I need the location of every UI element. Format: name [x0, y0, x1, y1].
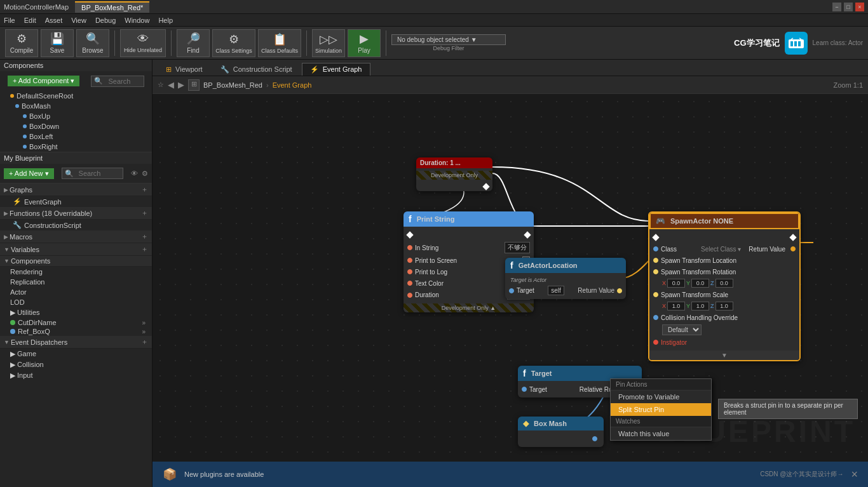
rotation-y-value[interactable]: 0.0 [691, 279, 709, 288]
component-item-boxright[interactable]: BoxRight [0, 142, 152, 152]
scale-x-value[interactable]: 1.0 [667, 302, 685, 310]
event-dispatchers-add-button[interactable]: ＋ [141, 337, 148, 347]
variables-section-header[interactable]: ▼ Variables ＋ [0, 243, 152, 256]
debug-filter-dropdown[interactable]: No debug object selected ▼ [391, 34, 506, 45]
components-sub-label: Components [11, 257, 148, 265]
add-new-button[interactable]: + Add New ▾ [4, 168, 54, 179]
rotation-x-value[interactable]: 0.0 [667, 279, 685, 288]
spawn-actor-node[interactable]: 🎮 SpawnActor NONE Class Select Class ▾ [648, 211, 801, 361]
tab-event-graph[interactable]: ⚡ Event Graph [302, 63, 370, 76]
lod-item[interactable]: LOD [0, 297, 152, 307]
component-item-default-scene-root[interactable]: DefaultSceneRoot [0, 91, 152, 101]
event-graph-item[interactable]: ⚡ EventGraph [0, 196, 152, 207]
bp-settings-icon[interactable]: ⚙ [142, 170, 148, 178]
rendering-item[interactable]: Rendering [0, 267, 152, 277]
browse-button[interactable]: 🔍 Browse [76, 29, 109, 57]
win-maximize-button[interactable]: □ [844, 3, 853, 11]
tab-construction-script-label: Construction Script [233, 65, 292, 73]
component-label-boxdown: BoxDown [29, 123, 59, 130]
event-top-node[interactable]: Duration: 1 ... Development Only [416, 157, 492, 191]
rotation-z-value[interactable]: 0.0 [715, 279, 733, 288]
hide-unrelated-button[interactable]: 👁 Hide Unrelated [120, 29, 166, 57]
forward-button[interactable]: ▶ [178, 80, 184, 90]
component-item-boxup[interactable]: BoxUp [0, 111, 152, 121]
get-actor-location-icon: f [510, 260, 513, 270]
components-search-input[interactable] [105, 76, 144, 86]
event-top-dev-only-bar: Development Only [416, 171, 492, 180]
menu-window[interactable]: Window [125, 17, 149, 24]
component-item-boxdown[interactable]: BoxDown [0, 121, 152, 131]
compile-button[interactable]: ⚙ Compile [5, 29, 38, 57]
spawn-actor-collapse[interactable]: ▼ [649, 350, 799, 360]
components-sub-expand-icon: ▼ [4, 258, 10, 264]
my-blueprint-label: My Blueprint [4, 154, 43, 162]
bp-search-input[interactable] [76, 168, 123, 178]
cut-dir-name-var[interactable]: CutDirName » [0, 318, 152, 327]
ctx-promote-item[interactable]: Promote to Variable [611, 390, 711, 403]
scale-y-value[interactable]: 1.0 [691, 302, 709, 310]
event-dispatchers-header[interactable]: ▼ Event Dispatchers ＋ [0, 336, 152, 349]
construction-script-item[interactable]: 🔧 ConstructionScript [0, 220, 152, 230]
spawn-actor-rotation-values-row: X 0.0 Y 0.0 Z 0.0 [649, 277, 799, 289]
win-minimize-button[interactable]: − [832, 3, 841, 11]
input-item[interactable]: ▶ Input [0, 370, 152, 381]
my-blueprint-header[interactable]: My Blueprint [0, 152, 152, 164]
ref-boxq-var[interactable]: Ref_BoxQ » [0, 327, 152, 336]
variables-add-button[interactable]: ＋ [141, 244, 148, 254]
graphs-add-button[interactable]: ＋ [141, 185, 148, 194]
actor-item[interactable]: Actor [0, 287, 152, 297]
spawn-actor-class-pin [653, 246, 658, 251]
scale-z-value[interactable]: 1.0 [715, 302, 733, 310]
collision-item[interactable]: ▶ Collision [0, 359, 152, 370]
grid-view-button[interactable]: ⊞ [188, 79, 200, 91]
win-close-button[interactable]: × [855, 3, 864, 11]
class-settings-button[interactable]: ⚙ Class Settings [212, 29, 255, 57]
boxmash-node[interactable]: ◆ Box Mash [518, 417, 604, 447]
menu-help[interactable]: Help [158, 17, 173, 24]
add-component-button[interactable]: + Add Component ▾ [8, 76, 79, 86]
get-actor-location-node[interactable]: f GetActorLocation Target is Actor Targe… [505, 258, 626, 299]
window-tab-active[interactable]: BP_BoxMesh_Red* [75, 1, 149, 13]
functions-section-header[interactable]: ▶ Functions (18 Overridable) ＋ [0, 207, 152, 220]
simulation-button[interactable]: ▷▷ Simulation [312, 29, 345, 57]
rendering-label: Rendering [10, 268, 43, 276]
find-button[interactable]: 🔎 Find [177, 29, 210, 57]
spawn-actor-class-placeholder[interactable]: Select Class ▾ [701, 246, 741, 253]
menu-edit[interactable]: Edit [24, 17, 36, 24]
menu-debug[interactable]: Debug [95, 17, 116, 24]
tab-construction-script[interactable]: 🔧 Construction Script [212, 63, 301, 76]
replication-item[interactable]: Replication [0, 277, 152, 287]
menu-view[interactable]: View [71, 17, 86, 24]
save-button[interactable]: 💾 Save [41, 29, 74, 57]
get-actor-return-pin [617, 288, 622, 293]
ctx-watch-item[interactable]: Watch this value [611, 427, 711, 440]
notification-close-button[interactable]: × [851, 468, 858, 481]
component-item-boxleft[interactable]: BoxLeft [0, 131, 152, 142]
tab-viewport[interactable]: ⊞ Viewport [158, 63, 211, 76]
bookmarks-icon[interactable]: ☆ [158, 81, 164, 89]
back-button[interactable]: ◀ [168, 80, 174, 90]
macros-section-header[interactable]: ▶ Macros ＋ [0, 230, 152, 243]
components-sub-header[interactable]: ▼ Components [0, 256, 152, 267]
menu-file[interactable]: File [4, 17, 15, 24]
event-top-header-label: Duration: 1 ... [420, 159, 461, 166]
utilities-item[interactable]: ▶ Utilities [0, 307, 152, 318]
graphs-section-header[interactable]: ▶ Graphs ＋ [0, 183, 152, 196]
bp-eye-icon[interactable]: 👁 [131, 170, 138, 177]
graph-canvas[interactable]: Duration: 1 ... Development Only f Print… [153, 94, 868, 487]
ctx-split-item[interactable]: Split Struct Pin [611, 403, 711, 416]
functions-add-button[interactable]: ＋ [141, 208, 148, 218]
component-item-boxmash[interactable]: BoxMash [0, 101, 152, 111]
macros-add-button[interactable]: ＋ [141, 232, 148, 241]
event-top-body: Development Only [416, 168, 492, 182]
class-defaults-button[interactable]: 📋 Class Defaults [258, 29, 301, 57]
game-item[interactable]: ▶ Game [0, 349, 152, 359]
game-label: ▶ Game [10, 350, 36, 358]
spawn-actor-collision-dropdown[interactable]: Default [662, 324, 702, 335]
context-tooltip: Breaks a struct pin in to a separate pin… [718, 399, 858, 419]
boxmash-icon: ◆ [523, 419, 529, 428]
menu-asset[interactable]: Asset [45, 17, 63, 24]
components-section-header[interactable]: Components [0, 60, 152, 71]
play-button[interactable]: ▶ Play [348, 29, 381, 57]
components-toolbar: + Add Component ▾ 🔍 [0, 71, 152, 91]
